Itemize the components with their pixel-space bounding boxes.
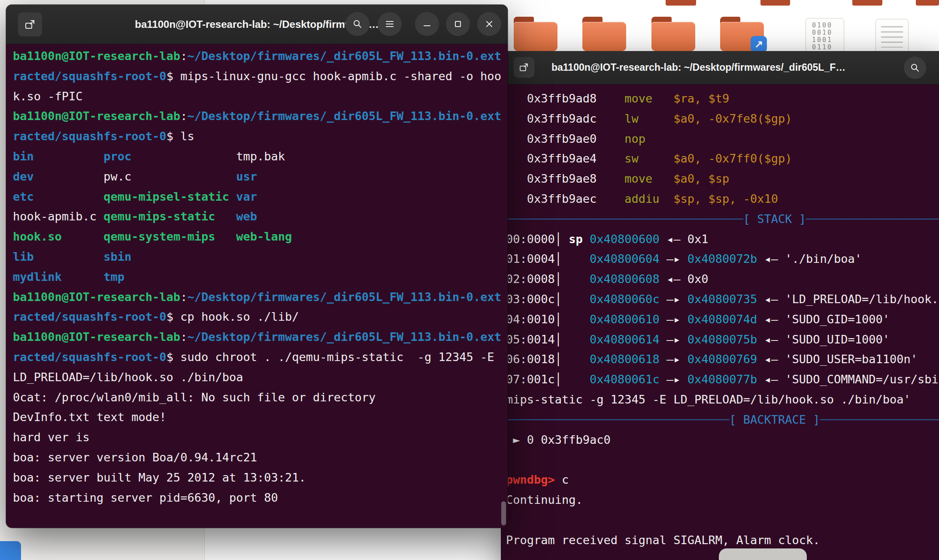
terminal-text-segment: var bbox=[236, 190, 257, 203]
terminal-text-segment: addiu bbox=[624, 192, 659, 205]
binary-file-icon[interactable]: 0100001010010110 bbox=[806, 18, 844, 54]
terminal-text-segment: 02:0008│ bbox=[506, 272, 590, 286]
terminal-text-segment: 0x3ffb9ad8 bbox=[506, 92, 624, 105]
menu-button[interactable] bbox=[378, 12, 402, 36]
terminal-text-segment: 05:0014│ bbox=[506, 333, 590, 346]
close-button[interactable] bbox=[477, 12, 501, 36]
terminal-text-segment: ba1100n@IOT-research-lab bbox=[13, 49, 180, 63]
terminal-text-segment: ◂— 'LD_PRELOAD=/lib/hook.so' bbox=[757, 292, 939, 306]
terminal-line: ba1100n@IOT-research-lab:~/Desktop/firmw… bbox=[13, 287, 501, 307]
terminal-text-segment: 0x3ffb9ae0 bbox=[506, 132, 624, 145]
terminal-text-segment: ◂— 0x1 bbox=[660, 232, 709, 246]
terminal-line: ba1100n@IOT-research-lab:~/Desktop/firmw… bbox=[13, 106, 501, 126]
terminal-text-segment: ──────────────────────────────── bbox=[506, 413, 729, 426]
terminal-text-segment: lib bbox=[13, 250, 34, 263]
terminal-text-segment: LD_PRELOAD=/lib/hook.so ./bin/boa bbox=[13, 370, 243, 384]
scrollbar-thumb[interactable] bbox=[501, 501, 506, 525]
hamburger-menu-icon bbox=[384, 18, 395, 30]
new-window-button[interactable] bbox=[514, 57, 534, 78]
text-file-icon[interactable] bbox=[875, 19, 909, 54]
terminal-text-segment bbox=[131, 170, 236, 183]
terminal-text-segment: web bbox=[236, 210, 257, 223]
terminal-text-segment: hook-apmib.c bbox=[13, 210, 97, 223]
right-terminal-headerbar[interactable]: ba1100n@IOT-research-lab: ~/Desktop/firm… bbox=[501, 51, 939, 84]
terminal-text-segment: web-lang bbox=[236, 230, 292, 243]
terminal-text-segment: move bbox=[624, 92, 652, 105]
terminal-text-segment: ◂— 0x0 bbox=[660, 272, 709, 286]
terminal-text-segment: 0x4080075b bbox=[688, 333, 757, 346]
terminal-text-segment: sbin bbox=[103, 250, 131, 263]
terminal-text-segment bbox=[131, 150, 236, 163]
terminal-text-segment: hard ver is bbox=[13, 431, 90, 444]
terminal-text-segment: sp bbox=[569, 232, 583, 246]
terminal-text-segment bbox=[34, 170, 104, 183]
window-arrow-icon bbox=[24, 19, 36, 30]
terminal-content-left[interactable]: ba1100n@IOT-research-lab:~/Desktop/firmw… bbox=[6, 44, 508, 528]
terminal-line: 0x3ffb9ae4 sw $a0, -0x7ff0($gp) bbox=[506, 149, 939, 169]
terminal-text-segment: $ mips-linux-gnu-gcc hook-apmib.c -share… bbox=[167, 69, 501, 83]
terminal-text-segment: pwndbg> bbox=[506, 473, 562, 486]
window-title: ba1100n@IOT-research-lab: ~/Desktop/firm… bbox=[501, 51, 939, 84]
folder-icon[interactable] bbox=[514, 17, 557, 51]
terminal-content-right[interactable]: 0x3ffb9ad8 move $ra, $t9 0x3ffb9adc lw $… bbox=[501, 84, 939, 560]
search-button[interactable] bbox=[904, 57, 926, 79]
terminal-text-segment: 0x40800769 bbox=[688, 352, 757, 366]
terminal-line: Program received signal SIGALRM, Alarm c… bbox=[506, 530, 939, 551]
terminal-text-segment: sw bbox=[624, 152, 639, 165]
terminal-window-right: ba1100n@IOT-research-lab: ~/Desktop/firm… bbox=[501, 51, 939, 560]
minimize-button[interactable] bbox=[415, 12, 439, 36]
file-icon-partial[interactable] bbox=[666, 0, 696, 6]
terminal-text-segment: 0x4080072b bbox=[688, 252, 757, 265]
terminal-text-segment: $ra, $t9 bbox=[673, 92, 729, 105]
terminal-text-segment: ◂— './bin/boa' bbox=[757, 252, 862, 265]
terminal-text-segment bbox=[652, 92, 673, 105]
maximize-button[interactable] bbox=[446, 12, 470, 36]
terminal-text-segment: —▸ bbox=[660, 352, 688, 366]
terminal-line: ──────────────────────────────────[ STAC… bbox=[506, 209, 939, 229]
terminal-line: 0x3ffb9ae0 nop bbox=[506, 129, 939, 149]
file-icon-partial[interactable] bbox=[852, 0, 882, 6]
terminal-line: 0x3ffb9adc lw $a0, -0x7fe8($gp) bbox=[506, 109, 939, 129]
left-terminal-headerbar[interactable]: ba1100n@IOT-research-lab: ~/Desktop/firm… bbox=[6, 5, 508, 44]
terminal-text-segment: lw bbox=[624, 112, 639, 125]
terminal-line: 0cat: /proc/wlan0/mib_all: No such file … bbox=[13, 388, 501, 408]
terminal-line: pwndbg> c bbox=[506, 470, 939, 490]
terminal-text-segment: $a0, -0x7ff0($gp) bbox=[673, 152, 792, 165]
terminal-text-segment bbox=[34, 150, 104, 163]
terminal-line bbox=[506, 510, 939, 530]
terminal-text-segment: $sp, $sp, -0x10 bbox=[673, 192, 778, 205]
terminal-line: k.so -fPIC bbox=[13, 87, 501, 107]
file-icon-partial[interactable] bbox=[760, 0, 790, 6]
folder-icon[interactable] bbox=[651, 17, 695, 51]
terminal-text-segment bbox=[34, 250, 104, 263]
dock-icon-partial[interactable] bbox=[0, 541, 21, 560]
terminal-text-segment: ba1100n@IOT-research-lab bbox=[13, 109, 180, 123]
terminal-text-segment: ────────────────────────────── bbox=[806, 212, 939, 226]
folder-body bbox=[582, 22, 626, 51]
terminal-text-segment: ba1100n@IOT-research-lab bbox=[13, 330, 180, 343]
terminal-text-segment bbox=[215, 210, 236, 223]
terminal-text-segment: 0x4080074d bbox=[688, 313, 757, 326]
terminal-text-segment: 0x40800610 bbox=[590, 313, 660, 326]
terminal-line: Continuing. bbox=[506, 490, 939, 510]
terminal-text-segment: 0cat: /proc/wlan0/mib_all: No such file … bbox=[13, 391, 376, 404]
terminal-text-segment: —▸ bbox=[660, 292, 688, 306]
terminal-text-segment: —▸ bbox=[660, 252, 688, 265]
terminal-line: dev pw.c usr bbox=[13, 167, 501, 187]
terminal-text-segment bbox=[97, 210, 103, 223]
terminal-text-segment: —▸ bbox=[660, 333, 688, 346]
terminal-line: boa: starting server pid=6630, port 80 bbox=[13, 488, 501, 508]
terminal-line: mydlink tmp bbox=[13, 267, 501, 287]
new-window-button[interactable] bbox=[18, 12, 42, 36]
terminal-text-segment: etc bbox=[13, 190, 34, 203]
partial-dialog-button[interactable] bbox=[719, 548, 807, 560]
file-icon-partial[interactable] bbox=[916, 0, 939, 6]
search-button[interactable] bbox=[345, 12, 370, 36]
terminal-line: ba1100n@IOT-research-lab:~/Desktop/firmw… bbox=[13, 327, 501, 347]
folder-icon[interactable] bbox=[582, 17, 626, 51]
terminal-text-segment: 0x40800614 bbox=[590, 333, 660, 346]
terminal-text-segment: ~/Desktop/firmwares/_dir605L_FW_113.bin-… bbox=[187, 109, 501, 123]
binary-digits: 0100 bbox=[812, 21, 833, 29]
terminal-text-segment bbox=[639, 112, 673, 125]
terminal-line: 05:0014│ 0x40800614 —▸ 0x4080075b ◂— 'SU… bbox=[506, 330, 939, 350]
